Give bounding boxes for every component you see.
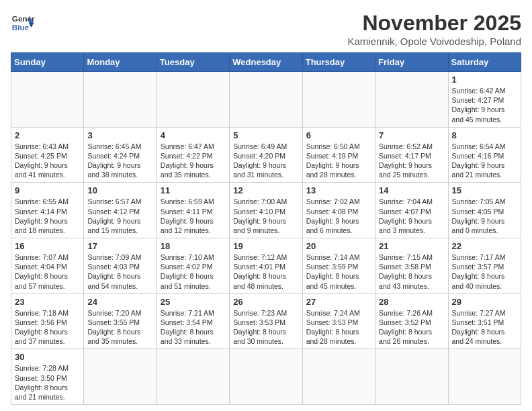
day-info: Sunrise: 6:43 AM Sunset: 4:25 PM Dayligh… xyxy=(15,142,80,180)
calendar-cell: 9Sunrise: 6:55 AM Sunset: 4:14 PM Daylig… xyxy=(11,183,84,238)
day-number: 22 xyxy=(452,241,517,251)
calendar-subtitle: Kamiennik, Opole Voivodeship, Poland xyxy=(347,36,521,47)
weekday-header-row: SundayMondayTuesdayWednesdayThursdayFrid… xyxy=(11,53,521,72)
day-number: 4 xyxy=(161,130,226,140)
calendar-cell: 26Sunrise: 7:23 AM Sunset: 3:53 PM Dayli… xyxy=(230,293,302,349)
day-info: Sunrise: 7:24 AM Sunset: 3:53 PM Dayligh… xyxy=(306,308,371,347)
day-info: Sunrise: 7:21 AM Sunset: 3:54 PM Dayligh… xyxy=(161,308,226,347)
day-info: Sunrise: 6:57 AM Sunset: 4:12 PM Dayligh… xyxy=(87,197,152,235)
calendar-cell xyxy=(84,349,157,405)
day-info: Sunrise: 6:55 AM Sunset: 4:14 PM Dayligh… xyxy=(15,197,80,235)
day-info: Sunrise: 7:17 AM Sunset: 3:57 PM Dayligh… xyxy=(452,253,517,291)
calendar-week-row: 1Sunrise: 6:42 AM Sunset: 4:27 PM Daylig… xyxy=(11,72,521,128)
calendar-cell: 22Sunrise: 7:17 AM Sunset: 3:57 PM Dayli… xyxy=(448,238,521,294)
calendar-cell: 24Sunrise: 7:20 AM Sunset: 3:55 PM Dayli… xyxy=(84,293,157,349)
day-number: 23 xyxy=(15,297,80,307)
day-info: Sunrise: 7:28 AM Sunset: 3:50 PM Dayligh… xyxy=(15,363,80,402)
day-number: 8 xyxy=(452,130,517,140)
day-number: 11 xyxy=(161,185,226,195)
calendar-cell: 30Sunrise: 7:28 AM Sunset: 3:50 PM Dayli… xyxy=(11,349,84,405)
day-info: Sunrise: 7:15 AM Sunset: 3:58 PM Dayligh… xyxy=(379,253,444,291)
calendar-cell: 5Sunrise: 6:49 AM Sunset: 4:20 PM Daylig… xyxy=(230,127,302,183)
day-number: 24 xyxy=(87,297,152,307)
weekday-header-tuesday: Tuesday xyxy=(157,53,229,72)
day-number: 3 xyxy=(87,130,152,140)
calendar-cell: 21Sunrise: 7:15 AM Sunset: 3:58 PM Dayli… xyxy=(375,238,448,294)
logo: General Blue xyxy=(11,11,35,35)
day-number: 21 xyxy=(379,241,444,251)
weekday-header-wednesday: Wednesday xyxy=(230,53,302,72)
day-number: 29 xyxy=(452,297,517,307)
day-info: Sunrise: 7:10 AM Sunset: 4:02 PM Dayligh… xyxy=(161,253,226,291)
day-info: Sunrise: 6:45 AM Sunset: 4:24 PM Dayligh… xyxy=(87,142,152,180)
day-number: 26 xyxy=(233,297,298,307)
day-number: 14 xyxy=(379,185,444,195)
day-number: 25 xyxy=(161,297,226,307)
day-info: Sunrise: 7:09 AM Sunset: 4:03 PM Dayligh… xyxy=(87,253,152,291)
calendar-cell: 19Sunrise: 7:12 AM Sunset: 4:01 PM Dayli… xyxy=(230,238,302,294)
day-info: Sunrise: 6:42 AM Sunset: 4:27 PM Dayligh… xyxy=(452,86,517,124)
calendar-cell xyxy=(84,72,157,128)
calendar-cell xyxy=(302,72,375,128)
day-info: Sunrise: 7:27 AM Sunset: 3:51 PM Dayligh… xyxy=(452,308,517,347)
calendar-cell: 15Sunrise: 7:05 AM Sunset: 4:05 PM Dayli… xyxy=(448,183,521,238)
calendar-cell: 6Sunrise: 6:50 AM Sunset: 4:19 PM Daylig… xyxy=(302,127,375,183)
weekday-header-thursday: Thursday xyxy=(302,53,375,72)
calendar-week-row: 16Sunrise: 7:07 AM Sunset: 4:04 PM Dayli… xyxy=(11,238,521,294)
day-number: 19 xyxy=(233,241,298,251)
calendar-week-row: 9Sunrise: 6:55 AM Sunset: 4:14 PM Daylig… xyxy=(11,183,521,238)
calendar-cell xyxy=(302,349,375,405)
calendar-cell: 12Sunrise: 7:00 AM Sunset: 4:10 PM Dayli… xyxy=(230,183,302,238)
day-info: Sunrise: 6:52 AM Sunset: 4:17 PM Dayligh… xyxy=(379,142,444,180)
weekday-header-friday: Friday xyxy=(375,53,448,72)
day-info: Sunrise: 7:18 AM Sunset: 3:56 PM Dayligh… xyxy=(15,308,80,347)
day-info: Sunrise: 7:07 AM Sunset: 4:04 PM Dayligh… xyxy=(15,253,80,291)
calendar-cell xyxy=(230,349,302,405)
day-number: 17 xyxy=(87,241,152,251)
calendar-cell: 25Sunrise: 7:21 AM Sunset: 3:54 PM Dayli… xyxy=(157,293,229,349)
day-number: 6 xyxy=(306,130,371,140)
weekday-header-monday: Monday xyxy=(84,53,157,72)
calendar-cell xyxy=(375,72,448,128)
calendar-cell: 28Sunrise: 7:26 AM Sunset: 3:52 PM Dayli… xyxy=(375,293,448,349)
calendar-title: November 2025 xyxy=(347,11,521,36)
weekday-header-saturday: Saturday xyxy=(448,53,521,72)
day-info: Sunrise: 6:49 AM Sunset: 4:20 PM Dayligh… xyxy=(233,142,298,180)
calendar-cell: 23Sunrise: 7:18 AM Sunset: 3:56 PM Dayli… xyxy=(11,293,84,349)
day-number: 9 xyxy=(15,185,80,195)
calendar-cell: 7Sunrise: 6:52 AM Sunset: 4:17 PM Daylig… xyxy=(375,127,448,183)
day-info: Sunrise: 7:05 AM Sunset: 4:05 PM Dayligh… xyxy=(452,197,517,235)
day-number: 15 xyxy=(452,185,517,195)
title-area: November 2025 Kamiennik, Opole Voivodesh… xyxy=(347,11,521,47)
calendar-cell: 8Sunrise: 6:54 AM Sunset: 4:16 PM Daylig… xyxy=(448,127,521,183)
day-number: 28 xyxy=(379,297,444,307)
day-number: 5 xyxy=(233,130,298,140)
calendar-cell: 4Sunrise: 6:47 AM Sunset: 4:22 PM Daylig… xyxy=(157,127,229,183)
calendar-cell: 10Sunrise: 6:57 AM Sunset: 4:12 PM Dayli… xyxy=(84,183,157,238)
day-info: Sunrise: 6:50 AM Sunset: 4:19 PM Dayligh… xyxy=(306,142,371,180)
day-info: Sunrise: 7:20 AM Sunset: 3:55 PM Dayligh… xyxy=(87,308,152,347)
day-number: 2 xyxy=(15,130,80,140)
day-info: Sunrise: 7:14 AM Sunset: 3:59 PM Dayligh… xyxy=(306,253,371,291)
svg-text:Blue: Blue xyxy=(12,23,30,32)
day-info: Sunrise: 6:59 AM Sunset: 4:11 PM Dayligh… xyxy=(161,197,226,235)
calendar-cell: 16Sunrise: 7:07 AM Sunset: 4:04 PM Dayli… xyxy=(11,238,84,294)
calendar-cell xyxy=(157,349,229,405)
calendar-week-row: 23Sunrise: 7:18 AM Sunset: 3:56 PM Dayli… xyxy=(11,293,521,349)
day-info: Sunrise: 7:26 AM Sunset: 3:52 PM Dayligh… xyxy=(379,308,444,347)
day-number: 1 xyxy=(452,75,517,85)
calendar-cell xyxy=(11,72,84,128)
day-number: 20 xyxy=(306,241,371,251)
day-info: Sunrise: 7:02 AM Sunset: 4:08 PM Dayligh… xyxy=(306,197,371,235)
calendar-cell: 13Sunrise: 7:02 AM Sunset: 4:08 PM Dayli… xyxy=(302,183,375,238)
day-info: Sunrise: 6:54 AM Sunset: 4:16 PM Dayligh… xyxy=(452,142,517,180)
calendar-week-row: 2Sunrise: 6:43 AM Sunset: 4:25 PM Daylig… xyxy=(11,127,521,183)
calendar-cell: 2Sunrise: 6:43 AM Sunset: 4:25 PM Daylig… xyxy=(11,127,84,183)
logo-icon: General Blue xyxy=(11,11,35,35)
day-info: Sunrise: 7:23 AM Sunset: 3:53 PM Dayligh… xyxy=(233,308,298,347)
day-number: 13 xyxy=(306,185,371,195)
day-number: 18 xyxy=(161,241,226,251)
weekday-header-sunday: Sunday xyxy=(11,53,84,72)
calendar-cell xyxy=(375,349,448,405)
svg-marker-3 xyxy=(29,23,34,28)
